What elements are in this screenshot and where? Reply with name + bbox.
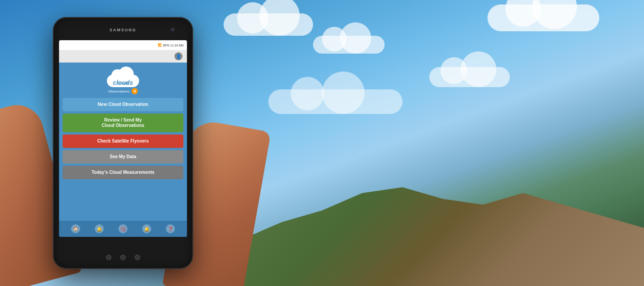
- app-content: GLOBE clouds Observations: 4 New Cloud O…: [59, 63, 187, 221]
- phone-screen: 📶 85% 11:10 AM 👤 GLOBE clou: [59, 40, 187, 237]
- hw-btn-home[interactable]: [120, 255, 126, 260]
- cloud-logo-shape: GLOBE clouds: [107, 75, 139, 87]
- phone-bottom-buttons: [106, 255, 140, 260]
- background-cloud-2: [313, 36, 385, 54]
- background-cloud-5: [268, 89, 402, 114]
- observations-label: Observations: 4: [108, 88, 138, 94]
- check-satellite-button[interactable]: Check Satellite Flyovers: [63, 135, 183, 148]
- phone: SAMSUNG 📶 85% 11:10 AM 👤: [54, 18, 192, 268]
- phone-body: SAMSUNG 📶 85% 11:10 AM 👤: [54, 18, 192, 268]
- logo-clouds-text: clouds: [113, 79, 133, 86]
- nav-bell-icon[interactable]: 🔔: [142, 224, 151, 233]
- time-display: 11:10 AM: [170, 44, 183, 47]
- wifi-icon: 📶: [158, 43, 162, 47]
- see-my-data-button[interactable]: See My Data: [63, 150, 183, 164]
- nav-home-icon[interactable]: 🏠: [71, 224, 80, 233]
- app-logo: GLOBE clouds Observations: 4: [105, 67, 141, 94]
- review-send-button[interactable]: Review / Send MyCloud Observations: [63, 114, 183, 132]
- phone-camera: [171, 28, 174, 31]
- hw-btn-back[interactable]: [106, 255, 111, 260]
- status-icons: 📶 85% 11:10 AM: [158, 43, 183, 47]
- phone-brand: SAMSUNG: [110, 28, 136, 32]
- hw-btn-menu[interactable]: [135, 255, 140, 260]
- observations-text: Observations:: [108, 89, 130, 93]
- cloud-measurements-button[interactable]: Today's Cloud Measurements: [63, 166, 183, 179]
- user-avatar-icon: 👤: [176, 54, 181, 59]
- nav-help-icon[interactable]: ❓: [166, 224, 175, 233]
- bottom-nav: 🏠 🔔 🚫 🔔 ❓: [59, 221, 187, 237]
- user-icon[interactable]: 👤: [174, 52, 182, 60]
- nav-cancel-icon[interactable]: 🚫: [119, 224, 127, 233]
- terrain: [242, 170, 644, 286]
- background-cloud-3: [487, 4, 599, 31]
- status-bar: 📶 85% 11:10 AM: [59, 40, 187, 50]
- background-cloud-4: [429, 67, 510, 87]
- new-cloud-observation-button[interactable]: New Cloud Observation: [63, 98, 183, 111]
- nav-alert-icon[interactable]: 🔔: [95, 224, 104, 233]
- observations-badge: 4: [131, 88, 138, 94]
- action-bar: 👤: [59, 50, 187, 63]
- cloud-logo: GLOBE clouds: [105, 67, 141, 87]
- battery-text: 85%: [163, 44, 169, 47]
